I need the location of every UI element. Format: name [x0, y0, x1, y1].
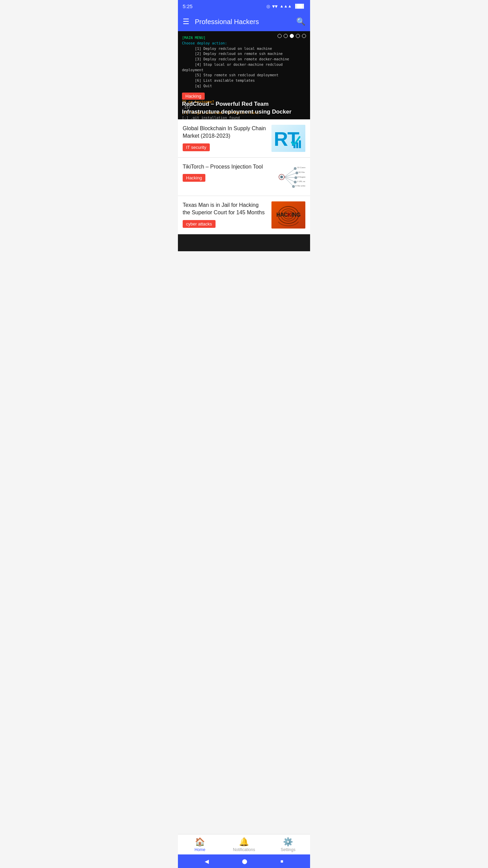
- terminal-option-3: [3] Deploy redcloud on remote docker-mac…: [182, 57, 306, 62]
- svg-point-6: [280, 176, 283, 178]
- terminal-option-6: [6] List available templates: [182, 78, 306, 83]
- article-partial: [178, 234, 310, 251]
- rt-logo-svg: R T: [273, 126, 304, 151]
- terminal-option-q: [q] Quit: [182, 83, 306, 89]
- dot-1: [278, 34, 282, 38]
- article-title-3: Texas Man is in Jail for Hacking the Sup…: [183, 201, 267, 217]
- svg-line-7: [284, 169, 295, 177]
- svg-point-15: [294, 181, 297, 183]
- terminal-option-1: [1] Deploy redcloud on local machine: [182, 46, 306, 52]
- article-list: Global Blockchain In Supply Chain Market…: [178, 119, 310, 251]
- svg-text:8 Registry key accesses: 8 Registry key accesses: [298, 176, 305, 178]
- thumb-hacking-orange: HACKING: [271, 201, 305, 229]
- article-thumb-1: R T: [271, 125, 305, 152]
- svg-point-13: [296, 172, 298, 174]
- hero-section[interactable]: [MAIN MENU] Choose deploy action: [1] De…: [178, 31, 310, 119]
- network-svg: 10 Connections 50 File reads 8 Registry …: [271, 163, 305, 190]
- search-button[interactable]: 🔍: [296, 17, 305, 26]
- svg-rect-3: [296, 142, 298, 148]
- app-title: Professional Hackers: [195, 18, 296, 26]
- terminal-option-5: [5] Stop remote ssh redcloud deployment: [182, 73, 306, 78]
- battery-icon: ▐██▌: [294, 4, 305, 8]
- dot-4: [296, 34, 300, 38]
- article-content-3: Texas Man is in Jail for Hacking the Sup…: [183, 201, 267, 228]
- status-time: 5:25: [183, 3, 192, 9]
- terminal-option-4: [4] Stop local or docker-machine redclou…: [182, 62, 306, 73]
- menu-button[interactable]: ☰: [183, 17, 189, 26]
- article-item-2[interactable]: TikiTorch – Process Injection Tool Hacki…: [178, 158, 310, 196]
- svg-point-14: [294, 176, 297, 179]
- svg-line-11: [284, 177, 293, 186]
- svg-line-10: [284, 177, 295, 182]
- article-title-1: Global Blockchain In Supply Chain Market…: [183, 125, 267, 140]
- status-bar: 5:25 ◎ ▾▾ ▲▲▲ ▐██▌: [178, 0, 310, 12]
- article-content-1: Global Blockchain In Supply Chain Market…: [183, 125, 267, 151]
- article-thumb-3: HACKING: [271, 201, 305, 229]
- hacking-text: HACKING: [276, 212, 300, 218]
- hero-dots: [278, 34, 306, 38]
- status-icons: ◎ ▾▾ ▲▲▲ ▐██▌: [266, 3, 305, 9]
- app-bar: ☰ Professional Hackers 🔍: [178, 12, 310, 31]
- hero-title: RedCloud – Powerful Red Team Infrastruct…: [182, 100, 306, 116]
- svg-point-12: [294, 167, 297, 170]
- signal-icon: ▲▲▲: [280, 4, 292, 8]
- article-item-3[interactable]: Texas Man is in Jail for Hacking the Sup…: [178, 196, 310, 234]
- svg-text:10 Connections: 10 Connections: [297, 166, 305, 169]
- article-item-1[interactable]: Global Blockchain In Supply Chain Market…: [178, 119, 310, 158]
- article-content-2: TikiTorch – Process Injection Tool Hacki…: [183, 163, 267, 182]
- terminal-option-2: [2] Deploy redcloud on remote ssh machin…: [182, 51, 306, 57]
- svg-rect-2: [293, 145, 296, 148]
- dot-2: [284, 34, 288, 38]
- svg-text:R: R: [274, 128, 288, 150]
- svg-rect-4: [299, 140, 301, 148]
- svg-line-9: [284, 177, 296, 178]
- article-title-2: TikiTorch – Process Injection Tool: [183, 163, 267, 171]
- article-badge-2: Hacking: [183, 174, 205, 182]
- svg-point-16: [292, 185, 295, 188]
- terminal-choose: Choose deploy action:: [182, 41, 306, 46]
- terminal-git1: [-] .git installation found: [182, 115, 306, 119]
- article-badge-3: cyber attacks: [183, 220, 216, 228]
- article-thumb-2: 10 Connections 50 File reads 8 Registry …: [271, 163, 305, 190]
- thumb-network-graph: 10 Connections 50 File reads 8 Registry …: [271, 163, 305, 190]
- svg-text:1 URL access: 1 URL access: [297, 180, 305, 182]
- wifi-icon: ▾▾: [272, 3, 278, 9]
- svg-text:4 File writes: 4 File writes: [295, 185, 305, 187]
- hero-badge: Hacking: [182, 93, 205, 100]
- svg-text:50 File reads: 50 File reads: [299, 171, 305, 173]
- article-badge-1: IT security: [183, 143, 210, 151]
- app-icon: ◎: [266, 4, 270, 9]
- dot-5: [302, 34, 306, 38]
- dot-3-active: [290, 34, 294, 38]
- thumb-rt-logo: R T: [271, 125, 305, 152]
- svg-line-8: [284, 173, 297, 177]
